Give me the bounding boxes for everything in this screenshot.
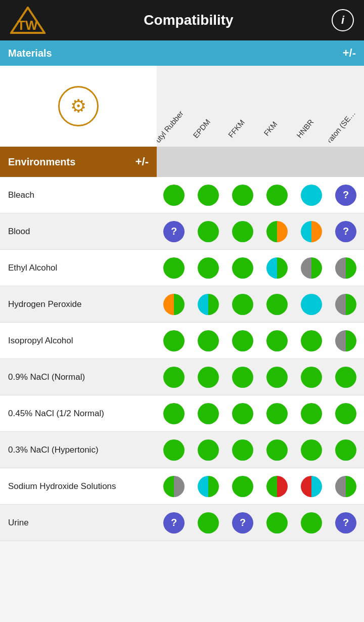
environments-plus-minus-button[interactable]: +/- <box>135 155 149 168</box>
env-row-urine: Urine <box>0 505 157 541</box>
nacl09-butyl <box>157 367 191 388</box>
env-row-nacl-045: 0.45% NaCl (1/2 Normal) <box>0 395 157 432</box>
urine-hnbr <box>294 512 329 534</box>
ipa-epdm <box>191 330 225 351</box>
bleach-epdm <box>191 185 225 206</box>
data-row-isopropyl-alcohol <box>157 323 364 359</box>
nacl09-epdm <box>191 367 225 388</box>
page-title: Compatibility <box>144 12 233 28</box>
ipa-fkm <box>260 330 294 351</box>
compatibility-table: ⚙ Environments +/- Bleach Blood Ethyl Al… <box>0 66 364 541</box>
ipa-ffkm <box>225 330 260 351</box>
ethyl-hnbr <box>294 257 329 279</box>
blood-fkm <box>260 221 294 242</box>
materials-plus-minus-button[interactable]: +/- <box>343 47 356 60</box>
nacl09-hnbr <box>294 367 329 388</box>
nacl03-ffkm <box>225 439 260 461</box>
materials-label: Materials <box>8 48 52 59</box>
blood-butyl: ? <box>157 221 191 242</box>
header: TW Compatibility i <box>0 0 364 40</box>
env-row-hydrogen-peroxide: Hydrogen Peroxide <box>0 286 157 323</box>
h2o2-ffkm <box>225 294 260 315</box>
h2o2-epdm <box>191 294 225 315</box>
nacl09-ffkm <box>225 367 260 388</box>
env-row-ethyl-alcohol: Ethyl Alcohol <box>0 250 157 286</box>
ethyl-kraton <box>329 257 363 279</box>
svg-text:TW: TW <box>17 18 38 33</box>
nacl03-epdm <box>191 439 225 461</box>
data-row-blood: ? ? <box>157 213 364 250</box>
data-columns: Butyl Rubber EPDM FFKM FKM HNBR Kraton (… <box>157 66 364 541</box>
col-header-fkm: FKM <box>260 72 294 143</box>
blood-hnbr <box>294 221 329 242</box>
col-header-kraton: Kraton (SE… <box>329 72 363 143</box>
ethyl-butyl <box>157 257 191 279</box>
column-headers: Butyl Rubber EPDM FFKM FKM HNBR Kraton (… <box>157 66 364 147</box>
environments-column: ⚙ Environments +/- Bleach Blood Ethyl Al… <box>0 66 157 541</box>
data-row-ethyl-alcohol <box>157 250 364 286</box>
wrench-icon-row: ⚙ <box>0 66 157 147</box>
ipa-hnbr <box>294 330 329 351</box>
env-row-nacl-03: 0.3% NaCl (Hypertonic) <box>0 432 157 468</box>
h2o2-fkm <box>260 294 294 315</box>
urine-butyl: ? <box>157 512 191 534</box>
info-button[interactable]: i <box>332 9 354 31</box>
data-row-bleach: ? <box>157 177 364 213</box>
data-row-hydrogen-peroxide <box>157 286 364 323</box>
ethyl-epdm <box>191 257 225 279</box>
ipa-butyl <box>157 330 191 351</box>
bleach-ffkm <box>225 185 260 206</box>
nacl045-kraton <box>329 403 363 424</box>
col-header-butyl: Butyl Rubber <box>157 72 191 143</box>
blood-epdm <box>191 221 225 242</box>
bleach-butyl <box>157 185 191 206</box>
nacl03-fkm <box>260 439 294 461</box>
nacl045-butyl <box>157 403 191 424</box>
env-row-isopropyl-alcohol: Isopropyl Alcohol <box>0 323 157 359</box>
urine-epdm <box>191 512 225 534</box>
nacl045-epdm <box>191 403 225 424</box>
col-header-hnbr: HNBR <box>294 72 329 143</box>
urine-kraton: ? <box>329 512 363 534</box>
naoh-hnbr <box>294 476 329 497</box>
blood-ffkm <box>225 221 260 242</box>
env-header-spacer <box>157 147 364 177</box>
nacl045-ffkm <box>225 403 260 424</box>
bleach-kraton: ? <box>329 185 363 206</box>
settings-icon: ⚙ <box>58 86 99 126</box>
bleach-hnbr <box>294 185 329 206</box>
ethyl-ffkm <box>225 257 260 279</box>
naoh-butyl <box>157 476 191 497</box>
app-logo: TW <box>10 7 46 34</box>
bleach-fkm <box>260 185 294 206</box>
h2o2-kraton <box>329 294 363 315</box>
urine-ffkm: ? <box>225 512 260 534</box>
data-row-nacl-045 <box>157 395 364 432</box>
col-header-epdm: EPDM <box>191 72 225 143</box>
naoh-fkm <box>260 476 294 497</box>
nacl03-hnbr <box>294 439 329 461</box>
data-row-nacl-03 <box>157 432 364 468</box>
data-row-nacl-09 <box>157 359 364 395</box>
environments-header: Environments +/- <box>0 147 157 177</box>
data-row-sodium-hydroxide <box>157 468 364 505</box>
col-header-ffkm: FFKM <box>225 72 260 143</box>
nacl09-fkm <box>260 367 294 388</box>
naoh-ffkm <box>225 476 260 497</box>
naoh-epdm <box>191 476 225 497</box>
nacl03-kraton <box>329 439 363 461</box>
urine-fkm <box>260 512 294 534</box>
h2o2-hnbr <box>294 294 329 315</box>
environments-label: Environments <box>8 156 75 168</box>
naoh-kraton <box>329 476 363 497</box>
env-row-nacl-09: 0.9% NaCl (Normal) <box>0 359 157 395</box>
ethyl-fkm <box>260 257 294 279</box>
nacl045-fkm <box>260 403 294 424</box>
data-row-urine: ? ? ? <box>157 505 364 541</box>
env-row-blood: Blood <box>0 213 157 250</box>
nacl03-butyl <box>157 439 191 461</box>
ipa-kraton <box>329 330 363 351</box>
env-row-bleach: Bleach <box>0 177 157 213</box>
materials-bar: Materials +/- <box>0 40 364 66</box>
nacl09-kraton <box>329 367 363 388</box>
